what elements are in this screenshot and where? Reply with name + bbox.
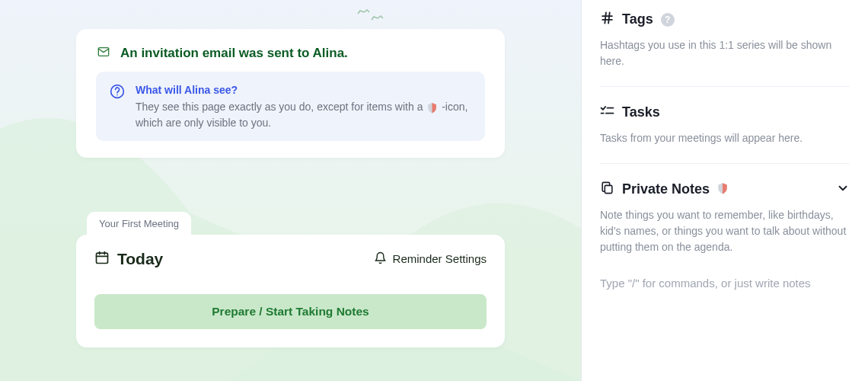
tags-description: Hashtags you use in this 1:1 series will… (600, 37, 850, 69)
meeting-card: Today Reminder Settings Prepare / Start … (76, 235, 505, 347)
copy-icon (600, 181, 614, 198)
reminder-settings-link[interactable]: Reminder Settings (374, 251, 487, 267)
checklist-icon (600, 104, 614, 121)
tags-header: Tags ? (600, 11, 850, 28)
tasks-section: Tasks Tasks from your meetings will appe… (600, 87, 850, 164)
calendar-icon (94, 250, 110, 268)
private-notes-input[interactable] (600, 277, 850, 290)
invite-header: An invitation email was sent to Alina. (96, 46, 485, 61)
private-header-row[interactable]: Private Notes (600, 181, 850, 198)
private-title: Private Notes (622, 181, 710, 197)
private-description: Note things you want to remember, like b… (600, 207, 850, 255)
help-icon[interactable]: ? (661, 13, 675, 27)
meeting-card-wrap: Your First Meeting Today Reminder Settin… (76, 211, 505, 347)
shield-icon (427, 102, 437, 114)
hashtag-icon (600, 11, 614, 28)
question-circle-icon (110, 84, 125, 102)
info-box-title[interactable]: What will Alina see? (136, 82, 471, 98)
svg-line-10 (608, 12, 610, 23)
sidebar: Tags ? Hashtags you use in this 1:1 seri… (581, 0, 868, 381)
tasks-header: Tasks (600, 104, 850, 121)
svg-rect-14 (605, 185, 612, 193)
bell-icon (374, 251, 387, 267)
main-area: An invitation email was sent to Alina. W… (0, 0, 581, 381)
chevron-down-icon[interactable] (836, 181, 850, 198)
invite-header-text: An invitation email was sent to Alina. (120, 46, 348, 61)
info-box-content: What will Alina see? They see this page … (136, 82, 471, 130)
tasks-title: Tasks (622, 104, 660, 120)
reminder-label: Reminder Settings (393, 252, 487, 265)
meeting-top-row: Today Reminder Settings (94, 250, 487, 268)
meeting-title-wrap: Today (94, 250, 163, 268)
prepare-start-notes-button[interactable]: Prepare / Start Taking Notes (94, 294, 487, 329)
svg-rect-3 (97, 253, 108, 263)
tags-section: Tags ? Hashtags you use in this 1:1 seri… (600, 0, 850, 87)
envelope-icon (96, 46, 111, 61)
private-header: Private Notes (600, 181, 728, 198)
meeting-tab[interactable]: Your First Meeting (87, 212, 191, 235)
shield-icon (717, 182, 728, 197)
private-notes-section: Private Notes Note things you want to re… (600, 164, 850, 307)
meeting-title: Today (117, 250, 163, 268)
info-box: What will Alina see? They see this page … (96, 72, 485, 141)
tags-title: Tags (622, 11, 653, 27)
svg-line-9 (605, 12, 606, 23)
info-body-pre: They see this page exactly as you do, ex… (136, 101, 426, 113)
tasks-description: Tasks from your meetings will appear her… (600, 130, 850, 146)
invite-card: An invitation email was sent to Alina. W… (76, 29, 505, 158)
